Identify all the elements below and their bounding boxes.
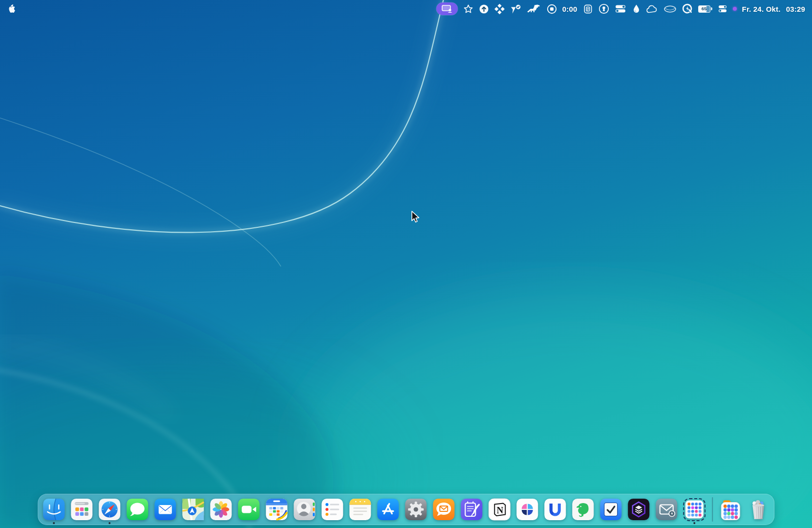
hexagon-stack-icon <box>627 498 650 521</box>
diamond-grid-menu-item[interactable] <box>494 3 505 15</box>
dock-icon-mail[interactable] <box>154 494 176 525</box>
dock-icon-orange-mail[interactable] <box>432 494 455 525</box>
facetime-icon <box>237 498 260 521</box>
dock-icon-teal-mail[interactable] <box>655 494 678 525</box>
dock-icon-maps[interactable] <box>182 494 204 525</box>
dock-icon-evernote[interactable] <box>572 494 594 525</box>
envelope-badge-icon <box>655 498 678 521</box>
menu-bar-date[interactable]: Fr. 24. Okt. <box>742 5 781 13</box>
checkbox-icon <box>599 498 622 521</box>
battery-percent: 65 <box>698 5 710 12</box>
dock-separator <box>712 497 713 522</box>
mail-icon <box>154 498 176 521</box>
dock-icon-things[interactable] <box>599 494 622 525</box>
orange-chat-mail-icon <box>432 498 455 521</box>
dock-icon-capacities[interactable] <box>627 494 650 525</box>
record-stop-icon <box>547 4 557 14</box>
battery-nub <box>711 7 712 10</box>
recording-timer[interactable]: 0:00 <box>562 5 577 13</box>
dish-menu-item[interactable] <box>663 3 677 15</box>
maps-icon <box>182 498 204 521</box>
switches-small-menu-item[interactable] <box>718 3 727 15</box>
apple-menu[interactable] <box>7 3 15 15</box>
reminders-icon <box>321 498 343 521</box>
safari-icon <box>98 498 121 521</box>
password-menu-item[interactable] <box>598 3 609 15</box>
diamond-grid-icon <box>494 4 505 14</box>
dock-icon-system-settings[interactable] <box>405 494 427 525</box>
arrow-cursor-icon <box>408 210 421 223</box>
finder-icon <box>43 498 65 521</box>
apple-logo-icon <box>7 4 15 14</box>
dock-icon-photos[interactable] <box>210 494 232 525</box>
water-drop-icon <box>632 4 641 14</box>
dock-icon-app-store[interactable] <box>377 494 399 525</box>
dashed-download-outline <box>683 498 705 521</box>
dock-icon-finder[interactable] <box>43 494 65 525</box>
dock-icon-applications-folder[interactable] <box>719 494 742 525</box>
toggle-switches-small-icon <box>718 4 727 13</box>
menu-bar-time[interactable]: 03:29 <box>786 5 805 13</box>
clipboard-manager-icon <box>583 4 593 14</box>
dock-icon-facetime[interactable] <box>237 494 260 525</box>
calendar-quill-icon <box>460 498 483 521</box>
apps-folder-icon <box>719 498 742 521</box>
photos-icon <box>210 498 232 521</box>
menu-bar: 0:00 <box>0 0 812 18</box>
contacts-icon <box>293 498 316 521</box>
screen-sharing-icon <box>441 4 453 13</box>
dock-icon-notes[interactable] <box>349 494 371 525</box>
cloud-menu-item[interactable] <box>646 3 658 15</box>
q-lightning-menu-item[interactable] <box>682 3 693 15</box>
dinosaur-menu-item[interactable] <box>527 3 541 15</box>
toggle-switches-icon <box>615 4 627 14</box>
dock-icon-launchpad[interactable] <box>70 494 93 525</box>
trash-full-icon <box>747 498 769 521</box>
switches-menu-item[interactable] <box>615 3 627 15</box>
screen-sharing-active-item[interactable] <box>436 2 458 15</box>
dock-icon-noteplan[interactable] <box>460 494 483 525</box>
send-check-menu-item[interactable] <box>510 3 521 15</box>
cloud-icon <box>646 4 658 14</box>
record-stop-menu-item[interactable] <box>547 3 557 15</box>
dock-icon-calendars[interactable] <box>265 494 288 525</box>
wallpaper <box>0 0 812 528</box>
dock-icon-messages[interactable] <box>126 494 149 525</box>
dock-icon-safari[interactable] <box>98 494 121 525</box>
screen-recording-indicator[interactable] <box>733 3 737 15</box>
dinosaur-icon <box>527 4 541 14</box>
notion-n-icon: N <box>488 498 511 521</box>
purple-dot-icon <box>733 7 737 11</box>
battery-indicator[interactable]: 65 <box>698 5 712 12</box>
messages-icon <box>126 498 149 521</box>
blue-u-icon <box>544 498 566 521</box>
quadrant-pinwheel-icon <box>516 498 538 521</box>
q-lightning-icon <box>682 3 693 14</box>
dock-icon-notion[interactable]: N <box>488 494 511 525</box>
dish-ellipse-icon <box>663 4 677 14</box>
dock-icon-ulysses[interactable] <box>544 494 566 525</box>
dock-icon-contacts[interactable] <box>293 494 316 525</box>
elephant-icon <box>572 498 594 521</box>
dock-icon-trash[interactable] <box>747 494 769 525</box>
dock-icon-downloading-app[interactable] <box>683 494 705 525</box>
launchpad-icon <box>70 498 93 521</box>
dock-icon-reminders[interactable] <box>321 494 343 525</box>
droplet-menu-item[interactable] <box>632 3 641 15</box>
upload-circle-icon <box>479 4 489 14</box>
clipboard-menu-item[interactable] <box>583 3 593 15</box>
upload-menu-item[interactable] <box>479 3 489 15</box>
dock: N <box>38 494 774 525</box>
star-icon <box>463 4 473 14</box>
calendar-planner-icon <box>265 498 288 521</box>
keyhole-icon <box>598 3 609 14</box>
app-store-icon <box>377 498 399 521</box>
notes-icon <box>349 498 371 521</box>
star-menu-item[interactable] <box>463 3 473 15</box>
send-check-icon <box>510 4 521 14</box>
system-settings-gear-icon <box>405 498 427 521</box>
mouse-cursor <box>408 210 421 225</box>
svg-text:N: N <box>496 505 503 515</box>
macos-desktop: { "menu_bar": { "apple_menu": {"icon": "… <box>0 0 812 528</box>
dock-icon-craft[interactable] <box>516 494 538 525</box>
